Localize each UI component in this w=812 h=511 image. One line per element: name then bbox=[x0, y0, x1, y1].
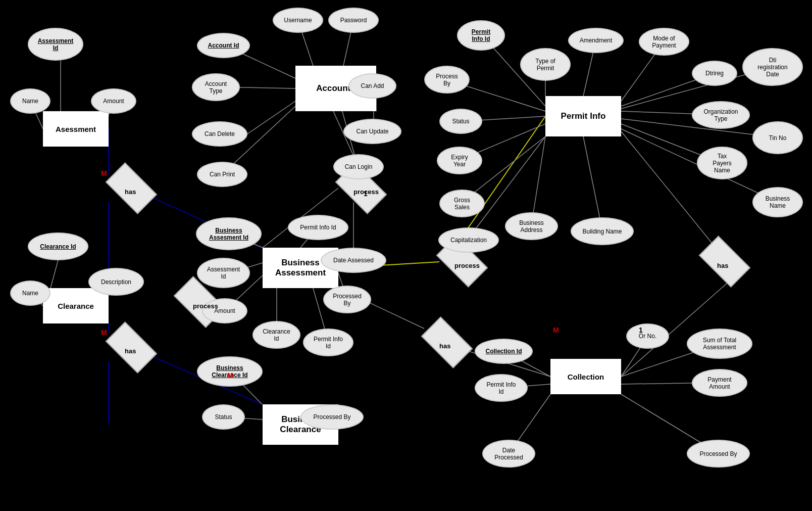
attribute-can_login: Can Login bbox=[333, 154, 384, 179]
relationship-has_assess bbox=[109, 174, 154, 202]
attribute-clearance_id: Clearance Id bbox=[28, 233, 88, 260]
attribute-biz_name: BusinessName bbox=[752, 187, 803, 217]
attribute-account_id: Account Id bbox=[197, 33, 250, 58]
attribute-account_type: AccountType bbox=[192, 73, 240, 101]
attribute-clearance_desc: Description bbox=[88, 268, 144, 296]
multiplicity-5: 1 bbox=[177, 334, 181, 342]
attribute-clearance_name: Name bbox=[10, 281, 50, 306]
multiplicity-4: M bbox=[101, 329, 107, 337]
svg-line-19 bbox=[247, 101, 295, 134]
attribute-process_by: ProcessBy bbox=[424, 66, 470, 94]
multiplicity-11: 1 bbox=[376, 417, 380, 425]
attribute-date_processed: DateProcessed bbox=[482, 440, 535, 468]
svg-line-53 bbox=[583, 136, 602, 231]
attribute-or_no: Or No. bbox=[626, 323, 669, 349]
svg-line-6 bbox=[50, 260, 58, 288]
multiplicity-3: 1 bbox=[177, 169, 181, 177]
attribute-ba_assess_id: AssessmentId bbox=[197, 258, 250, 288]
multiplicity-13: 1 bbox=[639, 326, 643, 334]
attribute-permit_status: Status bbox=[439, 109, 482, 134]
attribute-assess_name: Name bbox=[10, 88, 50, 114]
entity-collection: Collection bbox=[550, 359, 621, 394]
attribute-ba_amount: Amount bbox=[202, 298, 247, 323]
entity-permit_info: Permit Info bbox=[545, 96, 621, 136]
attribute-tin_no: Tin No bbox=[752, 121, 803, 154]
attribute-bc_processed_by: Processed By bbox=[300, 404, 364, 430]
multiplicity-12: M bbox=[553, 326, 559, 334]
attribute-dtrireg: Dtrireg bbox=[692, 61, 737, 86]
multiplicity-10: M bbox=[227, 371, 233, 380]
attribute-col_processed_by: Processed By bbox=[687, 440, 750, 468]
multiplicity-0: 1 bbox=[177, 134, 181, 142]
attribute-ba_processed_by: ProcessedBy bbox=[323, 286, 371, 313]
relationship-has_clear bbox=[109, 334, 154, 361]
attribute-biz_address: BusinessAddress bbox=[505, 212, 558, 240]
attribute-password: Password bbox=[328, 8, 379, 33]
attribute-ba_date: Date Assessed bbox=[321, 248, 386, 273]
attribute-can_delete: Can Delete bbox=[192, 121, 247, 147]
attribute-can_add: Can Add bbox=[348, 73, 396, 99]
entity-assessment: Asessment bbox=[43, 111, 109, 147]
attribute-assess_id: AssessmentId bbox=[28, 28, 83, 61]
attribute-amendment: Amendment bbox=[568, 28, 624, 53]
attribute-reg_date: DtiregistrationDate bbox=[742, 48, 803, 86]
multiplicity-6: 1 bbox=[323, 190, 327, 198]
multiplicity-8: M bbox=[439, 187, 445, 195]
relationship-has_collection bbox=[424, 329, 470, 356]
entity-clearance: Clearance bbox=[43, 288, 109, 323]
attribute-can_update: Can Update bbox=[343, 119, 401, 144]
attribute-bc_status: Status bbox=[202, 404, 245, 430]
attribute-tax_payers: TaxPayersName bbox=[697, 147, 747, 179]
attribute-permit_info_id: PermitInfo Id bbox=[457, 20, 505, 51]
multiplicity-7: 1 bbox=[364, 190, 368, 198]
attribute-expiry_year: ExpiryYear bbox=[437, 147, 482, 174]
attribute-building_name: Building Name bbox=[571, 217, 634, 245]
multiplicity-1: 1 bbox=[275, 134, 279, 142]
attribute-gross_sales: GrossSales bbox=[439, 190, 485, 217]
attribute-mode_payment: Mode ofPayment bbox=[639, 28, 689, 56]
multiplicity-14: 1 bbox=[732, 222, 736, 230]
attribute-col_permit_id: Permit InfoId bbox=[475, 374, 528, 402]
attribute-permit_type: Type ofPermit bbox=[520, 48, 571, 81]
attribute-ba_permit_info_id: Permit InfoId bbox=[303, 329, 353, 356]
attribute-payment_amount: PaymentAmount bbox=[692, 369, 747, 397]
attribute-capitalization: Capitalization bbox=[438, 227, 499, 253]
attribute-ba_permit_id: Permit Info Id bbox=[288, 215, 348, 240]
er-diagram-lines bbox=[0, 0, 812, 511]
multiplicity-9: 1 bbox=[364, 222, 368, 230]
attribute-ba_id: BusinessAssesment Id bbox=[196, 217, 262, 250]
attribute-can_print: Can Print bbox=[197, 162, 247, 187]
attribute-col_id: Collection Id bbox=[475, 339, 533, 364]
attribute-sum_assessment: Sum of TotalAssessment bbox=[687, 329, 752, 359]
attribute-username: Username bbox=[273, 8, 323, 33]
attribute-org_type: OrganizationType bbox=[692, 101, 750, 129]
multiplicity-2: M bbox=[101, 169, 107, 177]
attribute-ba_clearance_id: ClearanceId bbox=[252, 321, 300, 349]
relationship-has_permit bbox=[702, 248, 747, 275]
attribute-assess_amount: Amount bbox=[91, 88, 136, 114]
